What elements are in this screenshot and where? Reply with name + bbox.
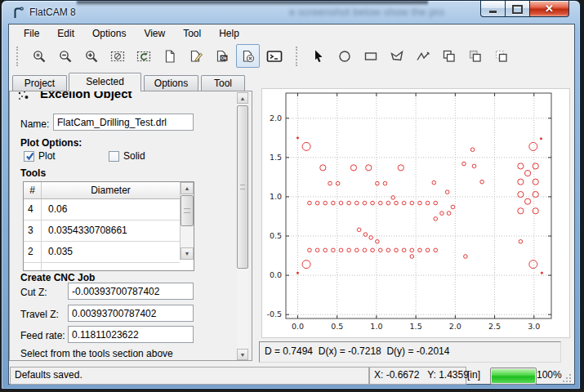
plot-canvas[interactable]: 0.00.51.01.52.02.53.0-0.50.00.51.01.52.0: [261, 88, 570, 338]
menu-edit[interactable]: Edit: [48, 26, 83, 41]
scroll-up-arrow[interactable]: ▲: [181, 182, 194, 194]
scroll-down-arrow[interactable]: ▼: [181, 247, 194, 260]
solid-checkbox-label: Solid: [123, 150, 145, 162]
travelz-input[interactable]: [68, 305, 194, 322]
name-label: Name:: [20, 118, 49, 130]
union-button[interactable]: [437, 44, 461, 68]
rectangle-icon: [363, 49, 378, 64]
travelz-label: Travel Z:: [20, 309, 59, 320]
menu-help[interactable]: Help: [210, 26, 248, 41]
menu-bar: File Edit Options View Tool Help: [9, 24, 574, 42]
svg-text:2.5: 2.5: [488, 322, 501, 331]
menu-file[interactable]: File: [15, 26, 48, 41]
tools-table: # Diameter 4 0.06 3 0.0354330708661 2 0.…: [23, 181, 194, 271]
cutz-label: Cut Z:: [20, 287, 47, 298]
tab-tool[interactable]: Tool: [201, 75, 245, 91]
toolbar-drag-handle[interactable]: [16, 47, 21, 66]
col-header-diameter[interactable]: Diameter: [42, 182, 180, 198]
scroll-down-arrow[interactable]: ▼: [237, 349, 248, 360]
table-scrollbar[interactable]: ▲ ▼: [180, 182, 194, 260]
zoom-out-button[interactable]: [53, 44, 77, 68]
polygon-icon: [390, 49, 404, 64]
svg-text:0.5: 0.5: [331, 322, 343, 331]
draw-circle-button[interactable]: [332, 44, 356, 68]
clear-plot-button[interactable]: [105, 44, 129, 68]
close-button[interactable]: ✕: [529, 1, 569, 17]
toolbar: Ok: [9, 42, 574, 69]
zoom-out-icon: [58, 49, 73, 64]
svg-text:2.0: 2.0: [449, 322, 461, 331]
progress-percent-label: 100%: [537, 367, 562, 383]
cursor-coordinates: X: -0.6672 Y: 1.4359: [369, 367, 466, 385]
name-input[interactable]: [53, 114, 194, 131]
table-row[interactable]: 2 0.035: [24, 242, 180, 263]
draw-rectangle-button[interactable]: [359, 44, 382, 68]
table-row[interactable]: 4 0.06: [24, 199, 180, 220]
menu-options[interactable]: Options: [83, 26, 135, 41]
shell-button[interactable]: [262, 44, 286, 68]
circle-icon: [337, 49, 352, 64]
table-scrollbar-thumb[interactable]: [181, 195, 194, 226]
plot-checkbox-box: [24, 151, 34, 162]
tab-options[interactable]: Options: [144, 75, 198, 91]
feedrate-input[interactable]: [68, 326, 194, 343]
svg-text:0.5: 0.5: [270, 231, 282, 240]
title-bar[interactable]: FlatCAM 8 e screenshot below show the pr…: [2, 1, 580, 24]
cutz-input[interactable]: [68, 283, 194, 300]
subtract-button[interactable]: [489, 44, 513, 68]
svg-text:3.0: 3.0: [528, 322, 540, 331]
edit-object-button[interactable]: [184, 44, 207, 68]
cancel-edit-button[interactable]: [236, 44, 260, 68]
scroll-up-arrow[interactable]: ▲: [237, 92, 248, 104]
feedrate-label: Feed rate:: [20, 330, 65, 341]
toolbar-drag-handle[interactable]: [296, 47, 301, 66]
panel-scrollbar[interactable]: ▲ ▼: [237, 92, 248, 360]
svg-text:1.5: 1.5: [410, 322, 422, 331]
table-row[interactable]: 3 0.0354330708661: [24, 220, 180, 242]
intersection-icon: [468, 49, 483, 64]
cnc-section-title: Create CNC Job: [20, 272, 95, 283]
table-row-partial: [24, 263, 180, 271]
replot-button[interactable]: [132, 44, 155, 68]
tool-diameter: 0.035: [42, 242, 180, 262]
tab-selected[interactable]: Selected: [69, 73, 141, 91]
zoom-fit-button[interactable]: [27, 44, 51, 68]
intersection-button[interactable]: [463, 44, 487, 68]
zoom-in-button[interactable]: [79, 44, 103, 68]
col-header-number[interactable]: #: [24, 182, 42, 198]
minimize-button[interactable]: [480, 1, 506, 17]
new-object-button[interactable]: [158, 44, 181, 68]
save-object-button[interactable]: Ok: [210, 44, 234, 68]
minimize-icon: [489, 11, 497, 13]
polyline-icon: [416, 49, 430, 64]
close-icon: ✕: [545, 2, 554, 16]
select-arrow-icon: [311, 49, 326, 64]
check-icon: [25, 151, 36, 163]
menu-tool[interactable]: Tool: [174, 26, 210, 41]
tool-number: 4: [24, 199, 42, 220]
svg-text:-0.5: -0.5: [266, 310, 282, 318]
solid-checkbox[interactable]: Solid: [109, 150, 145, 162]
tool-number: 3: [24, 220, 42, 241]
svg-text:1.0: 1.0: [270, 192, 282, 201]
menu-view[interactable]: View: [135, 26, 174, 41]
svg-text:Ok: Ok: [221, 56, 227, 60]
select-tool-button[interactable]: [306, 44, 330, 68]
clear-plot-icon: [110, 49, 125, 64]
terminal-icon: [266, 49, 283, 64]
draw-path-button[interactable]: [411, 44, 435, 68]
progress-bar: [490, 368, 537, 385]
resize-grip[interactable]: [561, 372, 572, 385]
flatcam-logo-icon: [11, 6, 25, 22]
tool-diameter: 0.0354330708661: [42, 220, 180, 241]
plot-checkbox[interactable]: Plot: [24, 150, 56, 162]
edit-pencil-icon: [189, 49, 203, 64]
tab-project[interactable]: Project: [12, 75, 67, 91]
plot-checkbox-label: Plot: [38, 150, 56, 162]
tools-table-header: # Diameter: [24, 182, 194, 199]
maximize-button[interactable]: [506, 1, 529, 17]
panel-scrollbar-thumb[interactable]: [237, 105, 248, 269]
excellon-drill-icon: [17, 91, 32, 105]
draw-polygon-button[interactable]: [385, 44, 408, 68]
svg-text:2.0: 2.0: [270, 114, 282, 122]
